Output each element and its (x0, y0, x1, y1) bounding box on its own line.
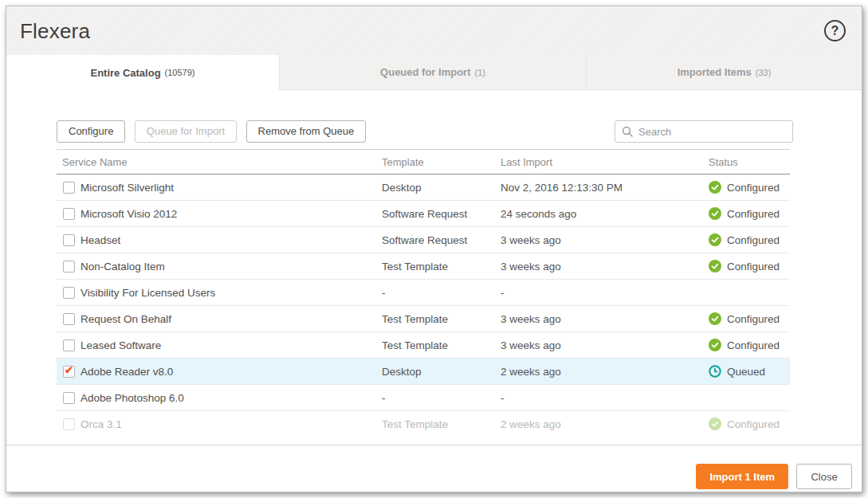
status-label: Configured (727, 234, 780, 246)
tab-queued-for-import[interactable]: Queued for Import (1) (279, 55, 586, 90)
row-checkbox[interactable] (63, 418, 75, 430)
column-header-last-import: Last Import (501, 156, 709, 168)
close-button[interactable]: Close (796, 464, 852, 489)
configured-check-icon (709, 181, 721, 194)
row-service-name: Microsoft Silverlight (81, 182, 382, 194)
configured-check-icon (709, 418, 721, 430)
table-header: Service Name Template Last Import Status (57, 149, 790, 174)
row-service-name: Microsoft Visio 2012 (81, 208, 382, 220)
configured-check-icon (709, 312, 721, 325)
tab-label: Queued for Import (380, 66, 470, 78)
dialog-footer: Import 1 Item Close (6, 445, 862, 492)
queued-clock-icon (709, 365, 721, 378)
table-row[interactable]: Adobe Photoshop 6.0 - - (57, 385, 790, 411)
row-template-cell: Test Template (382, 339, 501, 351)
row-last-import: 2 weeks ago (501, 418, 709, 430)
tab-count: (33) (756, 68, 772, 77)
row-service-name: Request On Behalf (81, 313, 382, 325)
status-label: Queued (727, 366, 765, 378)
row-service-name: Adobe Photoshop 6.0 (81, 392, 382, 404)
status-label: Configured (727, 208, 780, 220)
row-checkbox[interactable] (63, 313, 75, 325)
row-checkbox[interactable] (63, 261, 75, 273)
tab-imported-items[interactable]: Imported Items (33) (586, 55, 862, 90)
row-last-import: Nov 2, 2016 12:13:30 PM (501, 182, 709, 194)
flexera-dialog: Flexera ? Entire Catalog (10579) Queued … (6, 6, 862, 492)
status-label: Configured (727, 261, 780, 273)
tab-entire-catalog[interactable]: Entire Catalog (10579) (6, 55, 279, 90)
row-template-cell: Desktop (382, 366, 501, 378)
row-last-import: 3 weeks ago (501, 261, 709, 273)
row-checkbox[interactable] (63, 182, 75, 194)
row-last-import: 3 weeks ago (501, 313, 709, 325)
row-template-cell: Test Template (382, 418, 501, 430)
row-checkbox[interactable] (63, 339, 75, 351)
row-last-import: 24 seconds ago (501, 208, 709, 220)
tab-label: Entire Catalog (90, 67, 160, 79)
row-template-cell: Test Template (382, 261, 501, 273)
row-checkbox[interactable] (63, 234, 75, 246)
row-service-name: Orca 3.1 (81, 418, 382, 430)
help-icon[interactable]: ? (824, 20, 846, 41)
row-last-import: - (501, 392, 709, 404)
row-service-name: Leased Software (81, 339, 382, 351)
table-row[interactable]: Non-Catalog Item Test Template 3 weeks a… (57, 253, 790, 280)
row-service-name: Headset (81, 234, 382, 246)
table-row[interactable]: Orca 3.1 Test Template 2 weeks ago Confi… (57, 411, 790, 432)
table-body: Microsoft Silverlight Desktop Nov 2, 201… (57, 174, 790, 432)
status-label: Configured (727, 339, 780, 351)
row-last-import: 3 weeks ago (501, 339, 709, 351)
row-checkbox[interactable] (63, 208, 75, 220)
table-row[interactable]: Headset Software Request 3 weeks ago Con… (57, 227, 790, 253)
row-template-cell: Desktop (382, 182, 501, 194)
status-label: Configured (727, 182, 780, 194)
tab-bar: Entire Catalog (10579) Queued for Import… (6, 55, 862, 90)
table-row[interactable]: Leased Software Test Template 3 weeks ag… (57, 332, 790, 359)
row-service-name: Adobe Reader v8.0 (81, 366, 382, 378)
row-service-name: Visibility For Licensed Users (81, 287, 382, 299)
table-row[interactable]: Visibility For Licensed Users - - (57, 280, 790, 306)
remove-from-queue-button[interactable]: Remove from Queue (246, 120, 367, 143)
row-checkbox[interactable] (63, 392, 75, 404)
column-header-status: Status (709, 156, 790, 168)
column-header-service-name: Service Name (57, 156, 382, 168)
column-header-template: Template (382, 156, 501, 168)
table-row[interactable]: Microsoft Visio 2012 Software Request 24… (57, 201, 790, 227)
row-last-import: - (501, 287, 709, 299)
tab-count: (1) (474, 68, 485, 77)
search-box (615, 120, 793, 143)
tab-label: Imported Items (678, 66, 752, 78)
row-template-cell: Test Template (382, 313, 501, 325)
row-last-import: 2 weeks ago (501, 366, 709, 378)
tab-count: (10579) (165, 68, 195, 77)
search-input[interactable] (638, 122, 787, 141)
page-title: Flexera (20, 19, 90, 44)
configured-check-icon (709, 233, 721, 246)
table-row[interactable]: Adobe Reader v8.0 Desktop 2 weeks ago Qu… (57, 359, 790, 385)
row-template-cell: Software Request (382, 208, 501, 220)
configured-check-icon (709, 207, 721, 220)
status-label: Configured (727, 418, 780, 430)
configured-check-icon (709, 339, 721, 351)
status-label: Configured (727, 313, 780, 325)
row-service-name: Non-Catalog Item (81, 261, 382, 273)
row-checkbox[interactable] (63, 366, 75, 378)
catalog-table: Service Name Template Last Import Status… (57, 149, 790, 432)
row-template-cell: - (382, 287, 501, 299)
configured-check-icon (709, 260, 721, 273)
row-template-cell: Software Request (382, 234, 501, 246)
table-row[interactable]: Request On Behalf Test Template 3 weeks … (57, 306, 790, 332)
row-template-cell: - (382, 392, 501, 404)
table-row[interactable]: Microsoft Silverlight Desktop Nov 2, 201… (57, 174, 790, 201)
queue-for-import-button: Queue for Import (135, 120, 237, 143)
dialog-header: Flexera ? (6, 6, 862, 55)
toolbar: Configure Queue for Import Remove from Q… (57, 120, 811, 143)
row-checkbox[interactable] (63, 287, 75, 299)
configure-button[interactable]: Configure (57, 120, 125, 143)
import-button[interactable]: Import 1 Item (696, 464, 788, 489)
screen: Flexera ? Entire Catalog (10579) Queued … (0, 0, 868, 498)
search-icon (622, 126, 633, 137)
row-last-import: 3 weeks ago (501, 234, 709, 246)
